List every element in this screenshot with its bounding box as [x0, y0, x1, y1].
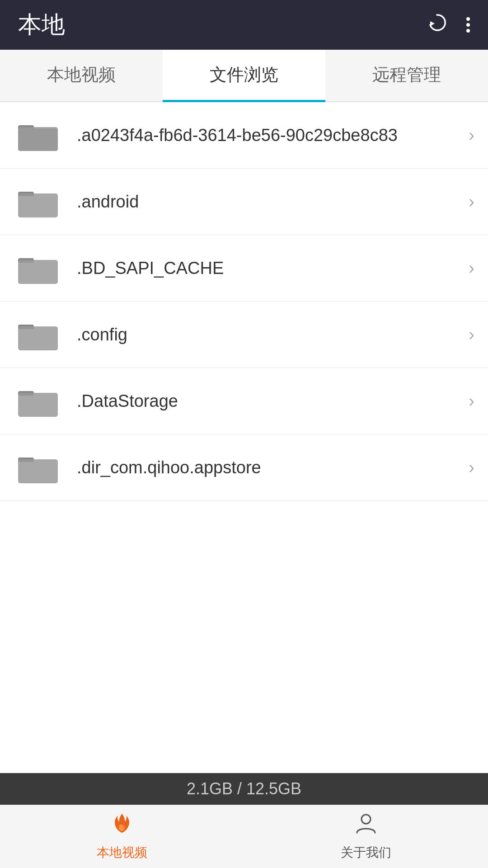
chevron-right-icon: ›: [469, 325, 474, 344]
list-item[interactable]: .dir_com.qihoo.appstore ›: [0, 434, 488, 501]
nav-label-local-video: 本地视频: [97, 844, 147, 861]
svg-rect-11: [18, 393, 58, 417]
svg-rect-5: [18, 193, 58, 217]
chevron-right-icon: ›: [469, 458, 474, 477]
list-item[interactable]: .DataStorage ›: [0, 368, 488, 434]
header-actions: [426, 11, 470, 38]
svg-rect-13: [18, 459, 58, 483]
bottom-nav: 本地视频 关于我们: [0, 805, 488, 868]
page-title: 本地: [18, 9, 65, 41]
nav-item-local-video[interactable]: 本地视频: [0, 805, 244, 868]
nav-label-about-us: 关于我们: [341, 844, 391, 861]
svg-marker-0: [430, 21, 435, 26]
list-item[interactable]: .android ›: [0, 169, 488, 235]
fire-icon: [110, 812, 134, 840]
folder-icon: [14, 115, 63, 156]
storage-info: 2.1GB / 12.5GB: [187, 779, 301, 798]
chevron-right-icon: ›: [469, 259, 474, 278]
refresh-icon[interactable]: [426, 11, 448, 38]
storage-bar: 2.1GB / 12.5GB: [0, 773, 488, 805]
more-menu-icon[interactable]: [466, 17, 470, 33]
chevron-right-icon: ›: [469, 126, 474, 145]
folder-icon: [14, 314, 63, 355]
list-item[interactable]: .BD_SAPI_CACHE ›: [0, 235, 488, 302]
nav-item-about-us[interactable]: 关于我们: [244, 805, 488, 868]
svg-rect-9: [18, 326, 58, 350]
tab-local-video[interactable]: 本地视频: [0, 50, 163, 102]
folder-icon: [14, 181, 63, 222]
tab-bar: 本地视频 文件浏览 远程管理: [0, 50, 488, 102]
folder-icon: [14, 248, 63, 288]
chevron-right-icon: ›: [469, 392, 474, 411]
tab-file-browse[interactable]: 文件浏览: [163, 50, 325, 102]
folder-icon: [14, 381, 63, 421]
svg-rect-7: [18, 260, 58, 284]
header: 本地: [0, 0, 488, 50]
person-icon: [354, 812, 378, 840]
list-item[interactable]: .config ›: [0, 302, 488, 368]
file-list: .a0243f4a-fb6d-3614-be56-90c29cbe8c83 › …: [0, 102, 488, 773]
tab-remote-manage[interactable]: 远程管理: [325, 50, 488, 102]
chevron-right-icon: ›: [469, 192, 474, 212]
svg-point-14: [361, 815, 371, 824]
folder-icon: [14, 447, 63, 488]
list-item[interactable]: .a0243f4a-fb6d-3614-be56-90c29cbe8c83 ›: [0, 102, 488, 169]
svg-rect-3: [18, 127, 58, 151]
